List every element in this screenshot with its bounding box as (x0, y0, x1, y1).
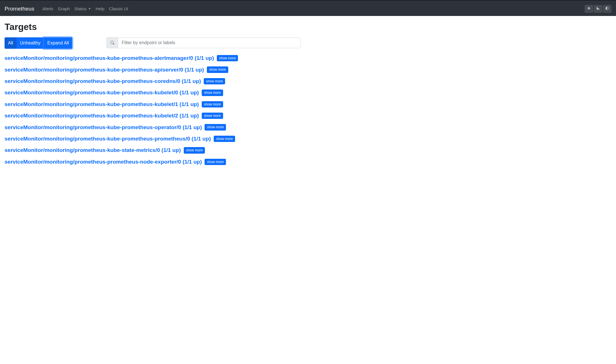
brand-title[interactable]: Prometheus (5, 6, 34, 12)
target-group-link[interactable]: serviceMonitor/monitoring/prometheus-kub… (5, 90, 199, 96)
contrast-icon (605, 6, 609, 11)
target-group-link[interactable]: serviceMonitor/monitoring/prometheus-kub… (5, 136, 211, 142)
target-groups: serviceMonitor/monitoring/prometheus-kub… (5, 55, 611, 165)
nav-alerts[interactable]: Alerts (42, 6, 53, 11)
target-group-link[interactable]: serviceMonitor/monitoring/prometheus-kub… (5, 55, 214, 61)
target-group-link[interactable]: serviceMonitor/monitoring/prometheus-kub… (5, 147, 181, 153)
show-more-button[interactable]: show more (217, 55, 238, 61)
target-group-row: serviceMonitor/monitoring/prometheus-kub… (5, 90, 611, 96)
show-more-button[interactable]: show more (205, 159, 226, 165)
show-more-button[interactable]: show more (207, 66, 228, 73)
show-more-button[interactable]: show more (202, 113, 223, 119)
target-group-row: serviceMonitor/monitoring/prometheus-kub… (5, 101, 611, 107)
target-group-row: serviceMonitor/monitoring/prometheus-kub… (5, 147, 611, 153)
navbar-left: Prometheus Alerts Graph Status ▼ Help Cl… (5, 6, 128, 12)
target-group-row: serviceMonitor/monitoring/prometheus-kub… (5, 55, 611, 61)
theme-light-button[interactable] (585, 5, 593, 13)
caret-down-icon: ▼ (88, 7, 91, 10)
target-group-row: serviceMonitor/monitoring/prometheus-kub… (5, 113, 611, 119)
expand-all-button[interactable]: Expand All (44, 37, 72, 49)
target-group-link[interactable]: serviceMonitor/monitoring/prometheus-kub… (5, 78, 201, 84)
search-icon (107, 38, 118, 48)
show-more-button[interactable]: show more (204, 78, 225, 84)
target-group-row: serviceMonitor/monitoring/prometheus-kub… (5, 66, 611, 73)
top-navbar: Prometheus Alerts Graph Status ▼ Help Cl… (0, 1, 616, 16)
show-more-button[interactable]: show more (184, 147, 205, 153)
target-group-link[interactable]: serviceMonitor/monitoring/prometheus-kub… (5, 113, 199, 119)
target-group-link[interactable]: serviceMonitor/monitoring/prometheus-kub… (5, 124, 202, 131)
nav-help[interactable]: Help (96, 6, 104, 11)
nav-classic-ui[interactable]: Classic UI (109, 6, 128, 11)
theme-dark-button[interactable] (594, 5, 602, 13)
navbar-right (584, 5, 611, 13)
search-wrapper (106, 37, 300, 48)
show-more-button[interactable]: show more (202, 90, 223, 96)
filter-all-button[interactable]: All (5, 37, 17, 49)
sun-icon (587, 6, 591, 11)
nav-graph[interactable]: Graph (58, 6, 70, 11)
target-group-row: serviceMonitor/monitoring/prometheus-kub… (5, 124, 611, 130)
show-more-button[interactable]: show more (214, 136, 235, 142)
target-group-row: serviceMonitor/monitoring/prometheus-kub… (5, 78, 611, 84)
theme-auto-button[interactable] (603, 5, 611, 13)
show-more-button[interactable]: show more (202, 101, 223, 107)
filter-button-group: All Unhealthy Expand All (5, 37, 72, 49)
target-group-link[interactable]: serviceMonitor/monitoring/prometheus-kub… (5, 67, 204, 73)
nav-status-label: Status (74, 6, 87, 11)
target-group-link[interactable]: serviceMonitor/monitoring/prometheus-pro… (5, 159, 202, 165)
show-more-button[interactable]: show more (205, 124, 226, 130)
target-group-row: serviceMonitor/monitoring/prometheus-pro… (5, 159, 611, 165)
page-title: Targets (5, 22, 611, 32)
nav-links: Alerts Graph Status ▼ Help Classic UI (42, 6, 128, 11)
search-input[interactable] (118, 38, 300, 48)
target-group-link[interactable]: serviceMonitor/monitoring/prometheus-kub… (5, 101, 199, 107)
moon-icon (596, 6, 600, 11)
nav-status[interactable]: Status ▼ (74, 6, 91, 11)
filter-unhealthy-button[interactable]: Unhealthy (17, 37, 44, 49)
target-group-row: serviceMonitor/monitoring/prometheus-kub… (5, 136, 611, 142)
main-container: Targets All Unhealthy Expand All service… (0, 16, 616, 177)
controls-row: All Unhealthy Expand All (5, 37, 611, 49)
